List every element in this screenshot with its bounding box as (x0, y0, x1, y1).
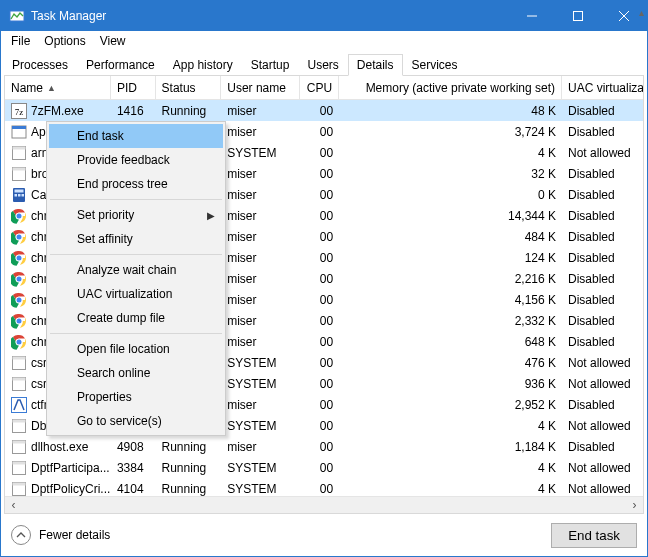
cell-uac: Not allowed (562, 146, 643, 160)
submenu-arrow-icon: ▶ (207, 210, 215, 221)
scroll-left-icon[interactable]: ‹ (5, 497, 22, 514)
cell-user: miser (221, 230, 300, 244)
menu-file[interactable]: File (5, 33, 36, 49)
window-title: Task Manager (31, 9, 509, 23)
table-row[interactable]: dllhost.exe4908Runningmiser001,184 KDisa… (5, 436, 643, 457)
cell-user: miser (221, 188, 300, 202)
end-task-button[interactable]: End task (551, 523, 637, 548)
maximize-button[interactable] (555, 1, 601, 31)
ctx-uac-virtualization[interactable]: UAC virtualization (49, 282, 223, 306)
menu-options[interactable]: Options (38, 33, 91, 49)
svg-rect-40 (13, 356, 26, 359)
cell-user: miser (221, 398, 300, 412)
cell-user: SYSTEM (221, 377, 300, 391)
cell-pid: 3384 (111, 461, 156, 475)
cell-memory: 476 K (339, 356, 562, 370)
ctx-set-affinity[interactable]: Set affinity (49, 227, 223, 251)
ctx-create-dump[interactable]: Create dump file (49, 306, 223, 330)
cell-cpu: 00 (300, 398, 339, 412)
ctx-end-process-tree[interactable]: End process tree (49, 172, 223, 196)
ctx-search-online[interactable]: Search online (49, 361, 223, 385)
cell-uac: Disabled (562, 293, 643, 307)
cell-memory: 4 K (339, 146, 562, 160)
col-name[interactable]: Name▲ (5, 76, 111, 99)
fewer-details-label: Fewer details (39, 528, 110, 542)
process-icon (11, 229, 27, 245)
ctx-provide-feedback[interactable]: Provide feedback (49, 148, 223, 172)
col-pid[interactable]: PID (111, 76, 156, 99)
cell-cpu: 00 (300, 272, 339, 286)
process-icon (11, 166, 27, 182)
table-row[interactable]: 7z7zFM.exe1416Runningmiser0048 KDisabled (5, 100, 643, 121)
cell-cpu: 00 (300, 146, 339, 160)
cell-memory: 124 K (339, 251, 562, 265)
tab-services[interactable]: Services (403, 54, 467, 76)
cell-uac: Disabled (562, 398, 643, 412)
ctx-set-priority[interactable]: Set priority▶ (49, 203, 223, 227)
process-name: DptfPolicyCri... (31, 482, 110, 496)
cell-user: SYSTEM (221, 146, 300, 160)
tab-performance[interactable]: Performance (77, 54, 164, 76)
col-uac-label: UAC virtualiza... (568, 81, 643, 95)
tab-users[interactable]: Users (298, 54, 347, 76)
tab-details[interactable]: Details (348, 54, 403, 76)
tab-startup[interactable]: Startup (242, 54, 299, 76)
col-name-label: Name (11, 81, 43, 95)
process-icon (11, 439, 27, 455)
cell-memory: 2,216 K (339, 272, 562, 286)
cell-uac: Disabled (562, 251, 643, 265)
cell-cpu: 00 (300, 230, 339, 244)
ctx-analyze-wait-chain[interactable]: Analyze wait chain (49, 258, 223, 282)
cell-cpu: 00 (300, 440, 339, 454)
fewer-details-button[interactable]: Fewer details (11, 525, 110, 545)
col-cpu[interactable]: CPU (300, 76, 339, 99)
process-icon (11, 334, 27, 350)
menu-view[interactable]: View (94, 33, 132, 49)
svg-point-32 (17, 297, 22, 302)
cell-name: DptfParticipa... (5, 460, 111, 476)
cell-name: dllhost.exe (5, 439, 111, 455)
process-icon (11, 292, 27, 308)
ctx-separator (50, 199, 222, 200)
tab-processes[interactable]: Processes (3, 54, 77, 76)
svg-rect-16 (18, 194, 21, 197)
sort-asc-icon: ▲ (47, 83, 56, 93)
col-user[interactable]: User name (221, 76, 300, 99)
svg-rect-49 (13, 461, 26, 464)
table-row[interactable]: DptfPolicyCri...4104RunningSYSTEM004 KNo… (5, 478, 643, 496)
horizontal-scrollbar[interactable]: ‹ › (5, 496, 643, 513)
cell-pid: 4104 (111, 482, 156, 496)
cell-uac: Not allowed (562, 461, 643, 475)
cell-cpu: 00 (300, 377, 339, 391)
cell-cpu: 00 (300, 188, 339, 202)
menubar: File Options View (1, 31, 647, 51)
svg-rect-45 (13, 419, 26, 422)
tab-app-history[interactable]: App history (164, 54, 242, 76)
cell-name: 7z7zFM.exe (5, 103, 111, 119)
ctx-end-task[interactable]: End task (49, 124, 223, 148)
footer: Fewer details End task (1, 514, 647, 556)
svg-rect-17 (22, 194, 25, 197)
cell-memory: 2,332 K (339, 314, 562, 328)
col-uac[interactable]: UAC virtualiza...▴ (562, 76, 643, 99)
ctx-separator (50, 254, 222, 255)
cell-user: miser (221, 104, 300, 118)
svg-rect-2 (574, 12, 583, 21)
svg-point-26 (17, 255, 22, 260)
cell-uac: Disabled (562, 272, 643, 286)
scroll-right-icon[interactable]: › (626, 497, 643, 514)
ctx-go-to-services[interactable]: Go to service(s) (49, 409, 223, 433)
cell-status: Running (156, 440, 222, 454)
process-name: DptfParticipa... (31, 461, 110, 475)
process-icon (11, 481, 27, 497)
ctx-properties[interactable]: Properties (49, 385, 223, 409)
col-status[interactable]: Status (156, 76, 222, 99)
ctx-open-file-location[interactable]: Open file location (49, 337, 223, 361)
minimize-button[interactable] (509, 1, 555, 31)
col-memory[interactable]: Memory (active private working set) (339, 76, 562, 99)
cell-uac: Not allowed (562, 419, 643, 433)
titlebar[interactable]: Task Manager (1, 1, 647, 31)
svg-rect-10 (13, 146, 26, 149)
table-row[interactable]: DptfParticipa...3384RunningSYSTEM004 KNo… (5, 457, 643, 478)
cell-uac: Disabled (562, 188, 643, 202)
